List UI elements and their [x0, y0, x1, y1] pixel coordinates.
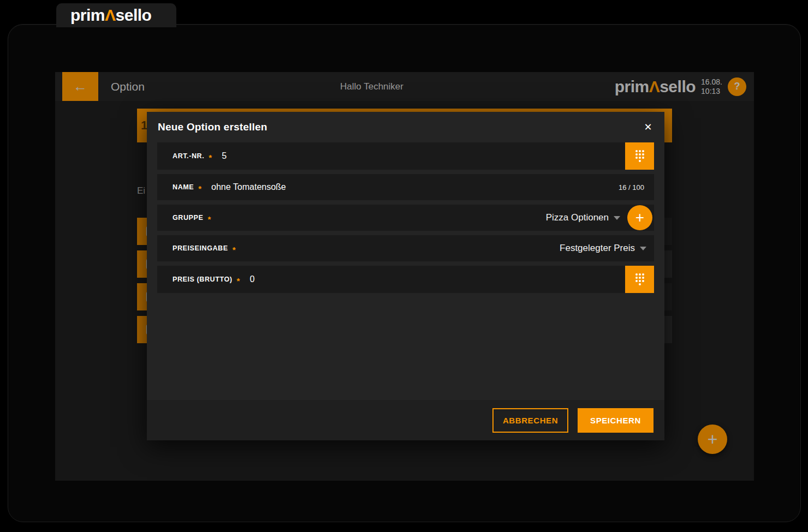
field-label: PREISEINGABE [173, 244, 228, 252]
plus-icon: + [708, 429, 718, 450]
primasello-logo: primΛsello [70, 6, 151, 25]
cancel-button[interactable]: ABBRECHEN [492, 408, 568, 433]
field-name[interactable]: NAME * ohne Tomatensoße 16 / 100 [157, 174, 654, 200]
primasello-logo-header: primΛsello [615, 77, 696, 96]
logo-suffix: sello [116, 6, 152, 24]
datetime: 16.08. 10:13 [701, 77, 722, 95]
page: primΛsello ← Option Hallo Techniker prim… [0, 0, 808, 532]
header-right: primΛsello 16.08. 10:13 ? [615, 72, 746, 101]
logo-mark-icon: Λ [105, 6, 116, 24]
field-gruppe[interactable]: GRUPPE * Pizza Optionen + [157, 205, 654, 231]
char-counter: 16 / 100 [619, 183, 644, 192]
save-button[interactable]: SPEICHERN [578, 408, 653, 433]
dropdown-value: Festgelegter Preis [560, 243, 635, 254]
keypad-button[interactable] [625, 142, 654, 170]
close-button[interactable]: ✕ [638, 117, 658, 137]
field-label: ART.-NR. [173, 152, 204, 160]
device-frame: ← Option Hallo Techniker primΛsello 16.0… [8, 24, 801, 522]
chevron-down-icon [614, 216, 620, 220]
field-label: NAME [173, 183, 194, 191]
field-label: GRUPPE [173, 214, 203, 222]
dropdown-value: Pizza Optionen [546, 212, 609, 223]
modal-footer: ABBRECHEN SPEICHERN [147, 400, 664, 440]
browser-tab: primΛsello [56, 3, 176, 27]
keypad-icon [634, 149, 645, 163]
time-label: 10:13 [701, 87, 722, 95]
required-asterisk: * [233, 245, 236, 254]
required-asterisk: * [198, 184, 201, 193]
field-label: PREIS (BRUTTO) [173, 276, 233, 283]
plus-icon: + [635, 209, 644, 226]
keypad-button[interactable] [625, 266, 654, 293]
required-asterisk: * [209, 153, 212, 162]
add-group-button[interactable]: + [627, 205, 652, 230]
field-value: 5 [222, 151, 227, 161]
field-value: 0 [249, 274, 254, 284]
logo-prefix: prim [70, 6, 105, 24]
logo-mark-icon: Λ [649, 77, 660, 95]
keypad-icon [634, 272, 645, 286]
user-greeting: Hallo Techniker [55, 72, 688, 101]
new-option-modal: Neue Option erstellen ✕ ART.-NR. * 5 [147, 112, 664, 440]
field-preis-brutto[interactable]: PREIS (BRUTTO) * 0 [157, 266, 654, 293]
modal-header: Neue Option erstellen ✕ [147, 112, 664, 142]
add-option-fab[interactable]: + [698, 425, 727, 454]
app-header: ← Option Hallo Techniker primΛsello 16.0… [55, 72, 754, 101]
question-mark-icon: ? [734, 81, 740, 92]
partial-section-label: Ei [137, 186, 145, 196]
field-preiseingabe[interactable]: PREISEINGABE * Festgelegter Preis [157, 235, 654, 261]
modal-title: Neue Option erstellen [158, 121, 268, 133]
help-button[interactable]: ? [728, 77, 746, 96]
field-value: ohne Tomatensoße [211, 182, 286, 192]
price-mode-dropdown[interactable]: Festgelegter Preis [560, 243, 646, 254]
group-dropdown[interactable]: Pizza Optionen + [546, 205, 652, 230]
app-window: ← Option Hallo Techniker primΛsello 16.0… [55, 72, 754, 481]
close-icon: ✕ [644, 122, 652, 133]
date-label: 16.08. [701, 77, 722, 86]
field-art-nr[interactable]: ART.-NR. * 5 [157, 142, 654, 170]
logo-suffix: sello [660, 77, 696, 95]
required-asterisk: * [207, 214, 211, 224]
logo-prefix: prim [615, 77, 649, 95]
chevron-down-icon [640, 247, 646, 250]
required-asterisk: * [237, 276, 240, 285]
